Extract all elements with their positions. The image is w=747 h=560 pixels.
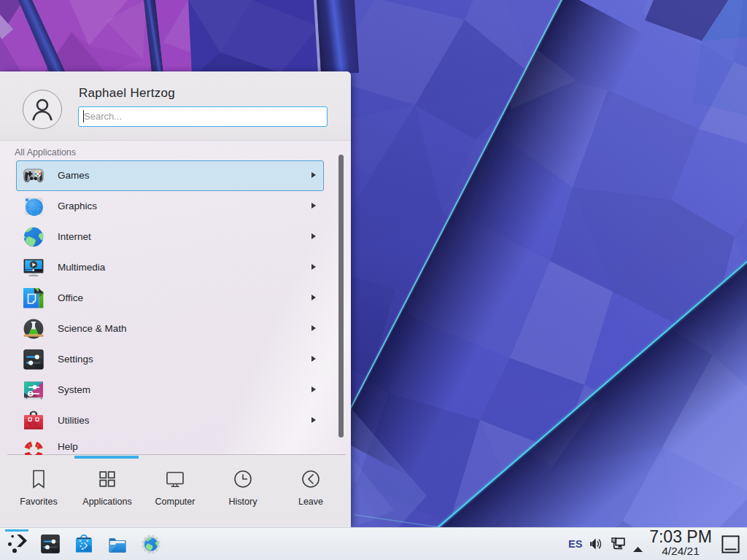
search-placeholder: Search... xyxy=(84,111,122,122)
desktop: Raphael Hertzog Search... All Applicatio… xyxy=(0,0,747,560)
application-launcher-menu: Raphael Hertzog Search... All Applicatio… xyxy=(0,71,351,527)
taskbar-discover-icon[interactable] xyxy=(74,534,94,554)
leave-icon xyxy=(301,469,321,489)
menu-item-label: Settings xyxy=(58,354,93,365)
menu-item-graphics[interactable]: Graphics xyxy=(0,191,351,222)
graphics-icon xyxy=(22,195,45,218)
submenu-arrow-icon xyxy=(311,356,316,362)
menu-item-internet[interactable]: Internet xyxy=(0,222,351,252)
active-task-indicator xyxy=(5,529,28,532)
clock-date: 4/24/21 xyxy=(642,545,719,557)
menu-item-label: Graphics xyxy=(58,201,97,212)
tab-label: Leave xyxy=(276,497,345,507)
menu-item-science[interactable]: Science & Math xyxy=(0,314,351,344)
launcher-footer: Favorites Applications Computer History … xyxy=(0,455,351,526)
tab-applications[interactable]: Applications xyxy=(73,455,142,526)
clock-time: 7:03 PM xyxy=(642,528,719,545)
menu-item-label: Games xyxy=(58,170,90,182)
show-desktop-button[interactable] xyxy=(721,535,740,553)
menu-item-label: Science & Math xyxy=(58,323,127,335)
digital-clock[interactable]: 7:03 PM 4/24/21 xyxy=(642,528,719,557)
menu-item-office[interactable]: Office xyxy=(0,283,351,314)
submenu-arrow-icon xyxy=(311,417,316,423)
utilities-icon xyxy=(22,409,45,432)
submenu-arrow-icon xyxy=(311,172,316,178)
tab-label: Computer xyxy=(141,497,209,507)
menu-item-label: Help xyxy=(58,441,78,453)
history-icon xyxy=(233,469,253,489)
menu-item-label: Office xyxy=(58,292,83,304)
menu-item-multimedia[interactable]: Multimedia xyxy=(0,252,351,283)
active-tab-indicator xyxy=(74,456,139,459)
favorites-icon xyxy=(28,469,49,489)
submenu-arrow-icon xyxy=(311,233,316,239)
menu-item-settings[interactable]: Settings xyxy=(0,344,351,375)
tab-label: Favorites xyxy=(4,497,73,507)
tab-label: History xyxy=(209,497,277,507)
submenu-arrow-icon xyxy=(311,325,316,331)
office-icon xyxy=(22,287,45,310)
menu-item-system[interactable]: System xyxy=(0,375,351,405)
tab-history[interactable]: History xyxy=(209,455,277,526)
science-icon xyxy=(22,317,45,341)
computer-icon xyxy=(165,469,185,489)
user-avatar-icon[interactable] xyxy=(23,90,62,129)
menu-item-label: System xyxy=(58,384,90,396)
tab-favorites[interactable]: Favorites xyxy=(4,455,73,526)
taskbar-system-settings-icon[interactable] xyxy=(40,534,61,554)
system-icon xyxy=(22,378,45,402)
taskbar-panel: ES 7:03 PM 4/24/21 xyxy=(0,527,747,560)
applications-icon xyxy=(97,469,117,489)
submenu-arrow-icon xyxy=(311,295,316,300)
taskbar-web-browser-icon[interactable] xyxy=(141,534,161,554)
user-name: Raphael Hertzog xyxy=(79,86,175,101)
launcher-header: Raphael Hertzog Search... xyxy=(0,71,351,141)
submenu-arrow-icon xyxy=(311,203,316,209)
taskbar-kali-menu-icon[interactable] xyxy=(7,534,28,554)
tab-leave[interactable]: Leave xyxy=(276,455,345,526)
tab-label: Applications xyxy=(73,497,142,507)
application-list: All Applications Games Graphics Internet… xyxy=(0,141,351,459)
menu-item-games[interactable]: Games xyxy=(0,160,351,191)
section-label: All Applications xyxy=(15,147,76,158)
submenu-arrow-icon xyxy=(311,386,316,392)
tab-computer[interactable]: Computer xyxy=(141,455,209,526)
submenu-arrow-icon xyxy=(311,264,316,270)
menu-item-label: Multimedia xyxy=(58,262,105,273)
keyboard-layout-indicator[interactable]: ES xyxy=(568,538,582,550)
list-scrollbar[interactable] xyxy=(338,155,344,438)
multimedia-icon xyxy=(22,256,45,279)
games-icon xyxy=(22,164,45,187)
settings-icon xyxy=(22,348,45,371)
menu-item-label: Internet xyxy=(58,231,91,243)
internet-icon xyxy=(22,225,45,249)
menu-item-label: Utilities xyxy=(58,415,90,427)
taskbar-file-manager-icon[interactable] xyxy=(107,534,128,554)
volume-icon[interactable] xyxy=(589,537,603,551)
search-input[interactable]: Search... xyxy=(78,106,328,127)
network-icon[interactable] xyxy=(611,537,625,551)
